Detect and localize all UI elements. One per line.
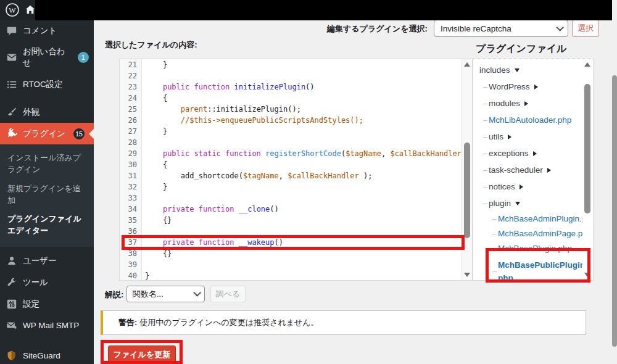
svg-text:W: W	[9, 6, 16, 15]
submenu-item-add-new-plugin[interactable]: 新規プラグインを追加	[0, 180, 94, 210]
sidebar-separator	[0, 336, 94, 345]
sidebar-item-siteguard[interactable]: SiteGuard	[0, 345, 94, 364]
admin-bar: W	[0, 0, 617, 20]
update-file-button[interactable]: ファイルを更新	[108, 345, 176, 364]
page-scrollbar[interactable]	[612, 0, 617, 364]
code-line[interactable]: 36	[120, 226, 472, 237]
line-text: private function __clone()	[142, 204, 279, 215]
tree-file-mchbaseadminpage-php[interactable]: MchBaseAdminPage.php	[498, 226, 593, 241]
tree-folder-modules[interactable]: modules	[489, 95, 593, 112]
editor-scrollbar[interactable]	[462, 59, 472, 280]
code-line[interactable]: 26 //$this->enqueuePublicScriptsAndStyle…	[120, 115, 472, 126]
sidebar-item-label: プラグイン	[23, 128, 65, 139]
line-text: {	[142, 93, 167, 104]
code-lines: 21 }2223 public function initializePlugi…	[120, 59, 472, 281]
tree-file-mchbaseadminplugin-php[interactable]: MchBaseAdminPlugin.php	[498, 212, 593, 226]
brush-icon	[6, 106, 17, 118]
scroll-down-icon[interactable]	[464, 273, 470, 277]
tree-folder-exceptions[interactable]: exceptions	[489, 145, 593, 162]
code-line[interactable]: 22	[120, 70, 472, 81]
code-line[interactable]: 28	[120, 137, 472, 148]
redacted-site-title	[35, 0, 612, 20]
wordpress-logo-icon[interactable]: W	[5, 2, 20, 17]
sidebar-item-settings[interactable]: 設定	[0, 293, 94, 315]
line-text	[142, 259, 145, 270]
tree-item-label: modules	[489, 99, 520, 108]
code-line[interactable]: 35 {}	[120, 215, 472, 226]
line-number: 32	[120, 181, 142, 192]
tree-item-label: notices	[489, 182, 515, 191]
code-line[interactable]: 25 parent::initializePlugin();	[120, 104, 472, 115]
plugin-icon	[6, 128, 17, 139]
sliders-icon	[6, 298, 17, 310]
function-name-dropdown[interactable]: 関数名...	[126, 286, 205, 302]
tree-file-mchbaseplugin-php[interactable]: MchBasePlugin.php	[498, 241, 593, 256]
line-number: 30	[120, 159, 142, 170]
contact-count-badge: 1	[78, 52, 89, 63]
lookup-button[interactable]: 調べる	[210, 286, 246, 302]
tree-scrollbar[interactable]	[582, 59, 593, 280]
tree-folder-task-scheduler[interactable]: task-scheduler	[489, 162, 593, 178]
line-text	[142, 137, 145, 148]
line-text: {	[142, 159, 167, 170]
line-text: public function initializePlugin()	[142, 81, 315, 93]
warning-text: 使用中のプラグインへの変更は推奨されません。	[139, 317, 318, 328]
tree-file-mchlibautoloader-php[interactable]: MchLibAutoloader.php	[489, 112, 593, 128]
select-plugin-button[interactable]: 選択	[572, 20, 599, 37]
tree-folder-notices[interactable]: notices	[489, 178, 593, 195]
line-number: 21	[120, 59, 142, 70]
tree-scrollbar-thumb[interactable]	[584, 84, 590, 213]
code-line[interactable]: 31 add_shortcode($tagName, $callBackHand…	[120, 170, 472, 181]
code-line[interactable]: 24 {	[120, 93, 472, 104]
user-icon	[6, 255, 17, 267]
tree-folder-includes[interactable]: includes	[479, 62, 593, 78]
tree-item-label: exceptions	[489, 149, 529, 158]
code-line[interactable]: 30 {	[120, 159, 472, 170]
line-text: parent::initializePlugin();	[142, 104, 301, 115]
sidebar-item-label: RTOC設定	[23, 79, 63, 90]
sidebar-item-rtoc[interactable]: RTOC設定	[0, 73, 94, 95]
submenu-item-plugin-file-editor[interactable]: プラグインファイルエディター	[0, 210, 94, 241]
line-number: 27	[120, 126, 142, 137]
code-line[interactable]: 29 public static function registerShortC…	[120, 148, 472, 159]
code-line[interactable]: 32 }	[120, 181, 472, 192]
tree-folder-wordpress[interactable]: WordPress	[489, 78, 593, 95]
tree-file-mchbasepublicplugin-php[interactable]: MchBasePublicPlugin.php	[498, 256, 590, 281]
warning-prefix: 警告:	[118, 317, 137, 328]
line-number: 39	[120, 259, 142, 270]
sidebar-item-wp-mail-smtp[interactable]: WP Mail SMTP	[0, 315, 94, 336]
code-line[interactable]: 27 }	[120, 126, 472, 137]
scroll-up-icon[interactable]	[464, 62, 470, 67]
sidebar-item-label: ツール	[23, 277, 48, 288]
code-line[interactable]: 39	[120, 259, 472, 270]
sidebar-item-comments[interactable]: コメント	[0, 20, 94, 41]
submenu-item-installed-plugins[interactable]: インストール済みプラグイン	[0, 149, 94, 180]
sidebar-item-plugins[interactable]: プラグイン 15	[0, 123, 94, 144]
code-line[interactable]: 38 {}	[120, 248, 472, 259]
code-line[interactable]: 40}	[120, 270, 472, 281]
editor-scrollbar-thumb[interactable]	[464, 143, 470, 238]
code-line[interactable]: 33	[120, 192, 472, 204]
code-editor[interactable]: 21 }2223 public function initializePlugi…	[119, 59, 473, 281]
plugin-select-dropdown[interactable]: Invisible reCaptcha	[434, 20, 568, 37]
line-number: 23	[120, 81, 142, 93]
code-line[interactable]: 23 public function initializePlugin()	[120, 81, 472, 93]
scroll-up-icon[interactable]	[584, 62, 590, 67]
tree-folder-utils[interactable]: utils	[489, 128, 593, 145]
scroll-down-icon[interactable]	[584, 273, 590, 277]
sidebar-item-users[interactable]: ユーザー	[0, 250, 94, 271]
sidebar-item-contact[interactable]: お問い合わせ 1	[0, 41, 94, 73]
code-line[interactable]: 37 private function __wakeup()	[120, 237, 472, 248]
sidebar-item-tools[interactable]: ツール	[0, 271, 94, 293]
chevron-down-icon	[556, 23, 564, 31]
line-text: }	[142, 270, 149, 281]
tree-folder-plugin[interactable]: plugin	[489, 195, 593, 212]
sidebar-item-appearance[interactable]: 外観	[0, 101, 94, 123]
select-plugin-label: 編集するプラグインを選択:	[327, 23, 428, 35]
plugins-count-badge: 15	[73, 128, 85, 139]
code-line[interactable]: 21 }	[120, 59, 472, 70]
home-icon[interactable]	[25, 4, 36, 15]
sidebar-item-label: SiteGuard	[23, 351, 60, 360]
page-scrollbar-thumb[interactable]	[612, 75, 617, 347]
code-line[interactable]: 34 private function __clone()	[120, 204, 472, 215]
